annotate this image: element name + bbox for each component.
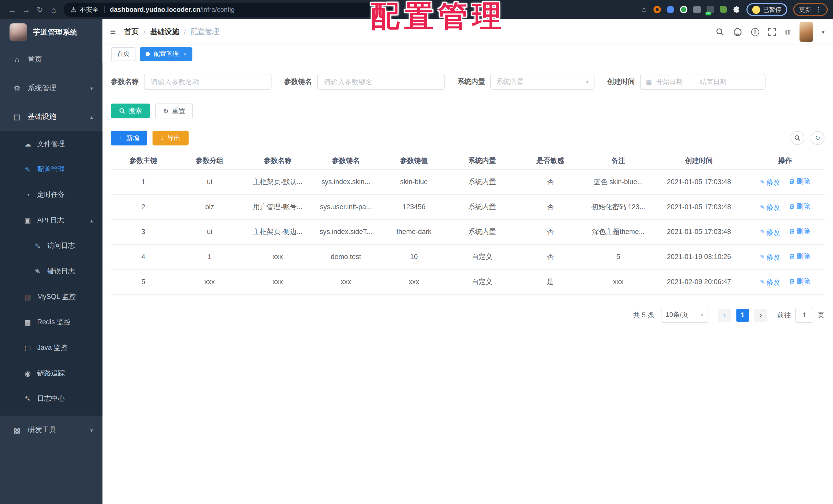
sidebar-item-label: API 日志 — [37, 216, 64, 225]
bookmark-star-icon[interactable]: ☆ — [641, 5, 647, 14]
sidebar-item-access-log[interactable]: ✎ 访问日志 — [0, 233, 103, 258]
goto-page-input[interactable] — [795, 308, 813, 323]
browser-home-icon[interactable]: ⌂ — [47, 5, 61, 14]
extension-icon-1[interactable] — [653, 6, 661, 13]
extension-icon-3[interactable] — [680, 6, 687, 13]
sidebar-item-redis-monitor[interactable]: ▦ Redis 监控 — [0, 309, 103, 335]
sidebar-item-dev-tools[interactable]: ▩ 研发工具 ▾ — [0, 415, 103, 444]
sidebar-item-label: 文件管理 — [37, 139, 65, 149]
cell-sensitive: 否 — [516, 219, 584, 244]
edit-link[interactable]: ✎修改 — [760, 277, 780, 287]
prev-page-button[interactable]: ‹ — [718, 309, 731, 322]
tab-config-manage[interactable]: 配置管理 × — [140, 47, 192, 61]
export-button[interactable]: ↓ 导出 — [152, 131, 188, 146]
date-range-picker[interactable]: ▦ 开始日期 - 结束日期 — [640, 74, 765, 90]
browser-reload-icon[interactable]: ↻ — [33, 5, 47, 14]
extension-icon-5[interactable]: on — [706, 6, 714, 13]
sidebar-item-label: 系统管理 — [28, 83, 56, 93]
delete-link[interactable]: 删除 — [789, 201, 810, 211]
app-logo-row[interactable]: 芋道管理系统 — [0, 19, 103, 45]
breadcrumb-infra[interactable]: 基础设施 — [150, 27, 179, 36]
toggle-search-button[interactable] — [790, 131, 804, 145]
sidebar-item-infra[interactable]: ▤ 基础设施 ▴ — [0, 103, 103, 131]
page-title-annotation: 配置管理 — [370, 0, 506, 32]
sidebar-item-system[interactable]: ⚙ 系统管理 ▾ — [0, 74, 103, 103]
edit-link[interactable]: ✎修改 — [760, 177, 780, 187]
extension-icon-6[interactable] — [720, 6, 727, 13]
edit-icon: ✎ — [760, 204, 765, 211]
cell-id: 2 — [111, 194, 175, 219]
extension-icon-4[interactable] — [693, 6, 700, 13]
search-icon[interactable] — [716, 28, 724, 36]
tab-label: 首页 — [117, 49, 130, 58]
browser-forward-icon[interactable]: → — [19, 5, 33, 14]
sidebar-item-api-log[interactable]: ▣ API 日志 ▴ — [0, 208, 103, 233]
cloud-icon: ☁ — [23, 140, 32, 148]
reset-button[interactable]: ↻ 重置 — [155, 104, 193, 118]
chevron-down-icon: ▾ — [90, 427, 93, 433]
chrome-update-chip[interactable]: 更新 ⋮ — [793, 3, 828, 16]
config-table: 参数主键 参数分组 参数名称 参数键名 参数键值 系统内置 是否敏感 备注 创建… — [111, 152, 825, 294]
not-secure-warning-icon: ⚠ — [71, 6, 76, 13]
caret-down-icon[interactable]: ▾ — [822, 29, 824, 35]
end-date-placeholder: 结束日期 — [700, 77, 727, 86]
extensions-puzzle-icon[interactable] — [733, 6, 740, 13]
cell-remark: 深色主题theme... — [584, 219, 652, 244]
sidebar-item-mysql-monitor[interactable]: ▥ MySQL 监控 — [0, 284, 103, 310]
delete-link[interactable]: 删除 — [789, 176, 810, 186]
sidebar-item-file-manage[interactable]: ☁ 文件管理 — [0, 131, 103, 157]
hamburger-icon[interactable]: ≡ — [110, 26, 116, 38]
cell-name: xxx — [244, 269, 312, 294]
system-builtin-select[interactable]: 系统内置 ▾ — [490, 74, 594, 90]
font-size-icon[interactable]: tT — [785, 28, 790, 36]
delete-link[interactable]: 删除 — [789, 226, 810, 236]
col-header: 是否敏感 — [516, 152, 584, 169]
sidebar-item-scheduled-jobs[interactable]: ◔ 定时任务 — [0, 182, 103, 208]
edit-icon: ✎ — [760, 254, 765, 260]
paused-label: 已暂停 — [763, 6, 782, 14]
close-icon[interactable]: × — [183, 51, 187, 57]
next-page-button[interactable]: › — [755, 309, 767, 322]
add-button[interactable]: + 新增 — [111, 131, 147, 146]
user-avatar[interactable] — [800, 22, 813, 42]
cell-actions: ✎修改 删除 — [745, 269, 824, 294]
sidebar-item-home[interactable]: ⌂ 首页 — [0, 45, 103, 74]
breadcrumb-home[interactable]: 首页 — [124, 27, 139, 36]
current-page[interactable]: 1 — [736, 309, 749, 322]
help-icon[interactable]: ? — [751, 28, 759, 36]
cell-key: sys.user.init-pa... — [312, 194, 380, 219]
github-icon[interactable] — [733, 27, 742, 36]
table-toolbar: + 新增 ↓ 导出 ↻ — [111, 131, 825, 146]
param-key-input[interactable] — [317, 74, 445, 90]
breadcrumb: 首页 / 基础设施 / 配置管理 — [124, 27, 219, 36]
sidebar-item-error-log[interactable]: ✎ 错误日志 — [0, 258, 103, 284]
delete-link[interactable]: 删除 — [789, 251, 810, 261]
edit-link[interactable]: ✎修改 — [760, 228, 780, 237]
cell-actions: ✎修改 删除 — [745, 219, 824, 244]
delete-link[interactable]: 删除 — [789, 276, 810, 286]
refresh-table-button[interactable]: ↻ — [811, 131, 825, 145]
profile-paused-chip[interactable]: 已暂停 — [746, 3, 787, 16]
sidebar-item-java-monitor[interactable]: ▢ Java 监控 — [0, 335, 103, 360]
cell-remark: 初始化密码 123... — [584, 194, 652, 219]
browser-menu-icon[interactable]: ⋮ — [815, 6, 822, 13]
browser-back-icon[interactable]: ← — [5, 5, 19, 14]
cell-key: sys.index.skin... — [312, 169, 380, 194]
table-row: 1 ui 主框架页-默认... sys.index.skin... skin-b… — [111, 169, 825, 194]
sidebar-item-label: 定时任务 — [37, 190, 65, 199]
page-size-select[interactable]: 10条/页 ▾ — [661, 308, 708, 323]
search-button[interactable]: 搜索 — [111, 104, 150, 118]
edit-link[interactable]: ✎修改 — [760, 203, 780, 212]
sidebar-item-log-center[interactable]: ✎ 日志中心 — [0, 386, 103, 411]
tab-home[interactable]: 首页 — [111, 47, 135, 61]
sidebar-item-label: 日志中心 — [37, 394, 65, 403]
edit-link[interactable]: ✎修改 — [760, 252, 780, 262]
sidebar-item-config-manage[interactable]: ✎ 配置管理 — [0, 156, 103, 182]
main-area: ≡ 首页 / 基础设施 / 配置管理 ? tT — [103, 19, 833, 504]
sidebar-item-trace[interactable]: ◉ 链路追踪 — [0, 360, 103, 386]
address-bar[interactable]: ⚠ 不安全 dashboard.yudao.iocoder.cn /infra/… — [64, 2, 400, 17]
param-name-input[interactable] — [144, 74, 271, 90]
col-header: 参数分组 — [175, 152, 244, 169]
fullscreen-icon[interactable] — [768, 28, 776, 36]
extension-icon-2[interactable] — [666, 6, 674, 13]
